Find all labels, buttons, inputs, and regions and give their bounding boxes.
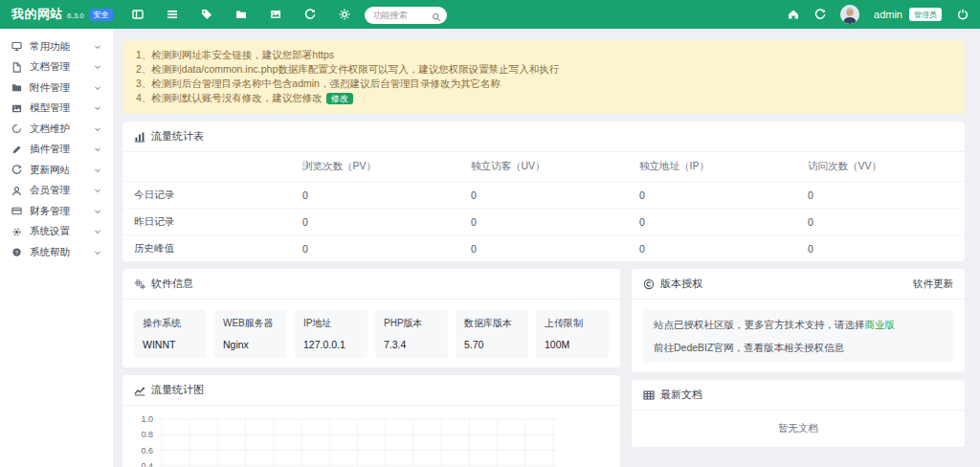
cell-value: 0 bbox=[459, 209, 628, 235]
chevron-down-icon bbox=[94, 167, 101, 174]
traffic-chart-body: 1.00.80.60.40.20-0.2-0.4-0.6-0.8-1.0 PVU… bbox=[122, 406, 620, 467]
sidebar-item-member-management[interactable]: 会员管理 bbox=[0, 181, 113, 202]
table-row: 今日记录 0 0 0 0 bbox=[122, 182, 965, 209]
pen-icon bbox=[11, 145, 22, 155]
chevron-down-icon bbox=[94, 145, 101, 153]
alert-line-1: 1、检测到网址非安全链接，建议您部署https bbox=[136, 48, 951, 62]
chevron-down-icon bbox=[94, 249, 101, 256]
topbar: 我的网站 6.3.0 安全 admin 管理员 bbox=[0, 0, 980, 29]
cell-value: 0 bbox=[459, 182, 628, 209]
license-body: 站点已授权社区版，更多官方技术支持，请选择商业版 前往DedeBIZ官网，查看版… bbox=[632, 300, 965, 372]
fix-button[interactable]: 修改 bbox=[326, 93, 353, 104]
sidebar-item-finance-management[interactable]: 财务管理 bbox=[0, 201, 113, 222]
folder-icon[interactable] bbox=[235, 9, 248, 21]
safe-badge[interactable]: 安全 bbox=[90, 9, 113, 21]
col-header-vv: 访问次数（VV） bbox=[796, 152, 965, 182]
list-icon[interactable] bbox=[167, 9, 179, 21]
sidebar-item-label: 文档管理 bbox=[30, 60, 70, 74]
traffic-stats-header: 流量统计表 bbox=[122, 122, 965, 152]
sidebar-item-label: 系统设置 bbox=[30, 225, 70, 238]
card-title: 流量统计图 bbox=[151, 383, 204, 397]
avatar[interactable] bbox=[840, 5, 859, 24]
main-content: 1、检测到网址非安全链接，建议您部署https 2、检测到data/common… bbox=[113, 29, 980, 467]
image-icon[interactable] bbox=[270, 9, 282, 21]
sidebar-item-common-functions[interactable]: 常用功能 bbox=[0, 36, 113, 57]
power-icon[interactable] bbox=[956, 9, 969, 21]
col-header-ip: 独立地址（IP） bbox=[628, 152, 796, 182]
chevron-down-icon bbox=[94, 228, 101, 235]
alert-line-2: 2、检测到data/common.inc.php数据库配置文件权限可以写入，建议… bbox=[136, 62, 951, 77]
sidebar-item-label: 插件管理 bbox=[30, 143, 70, 156]
software-update-link[interactable]: 软件更新 bbox=[913, 278, 953, 291]
software-info-header: 软件信息 bbox=[122, 269, 620, 300]
row-label: 昨日记录 bbox=[122, 209, 291, 235]
cell-value: 0 bbox=[628, 235, 796, 262]
line-chart-icon bbox=[134, 385, 145, 396]
role-badge: 管理员 bbox=[909, 8, 942, 21]
table-row: 历史峰值 0 0 0 0 bbox=[122, 235, 965, 262]
cell-value: 0 bbox=[796, 182, 965, 209]
sidebar-item-model-management[interactable]: 模型管理 bbox=[0, 99, 113, 120]
table-icon bbox=[643, 389, 655, 401]
svg-text:0.4: 0.4 bbox=[141, 461, 153, 467]
alert-line-4: 4、检测到默认账号没有修改，建议您修改修改 bbox=[136, 91, 951, 106]
reload-icon[interactable] bbox=[813, 9, 826, 21]
latest-docs-empty: 暂无文档 bbox=[632, 411, 965, 447]
sidebar-item-system-settings[interactable]: 系统设置 bbox=[0, 222, 113, 243]
row-label: 历史峰值 bbox=[122, 235, 291, 262]
search-icon[interactable] bbox=[432, 9, 441, 18]
license-line-2: 前往DedeBIZ官网，查看版本相关授权信息 bbox=[654, 341, 943, 354]
sidebar-toggle-icon[interactable] bbox=[132, 9, 145, 21]
cell-value: 0 bbox=[291, 235, 459, 262]
home-icon[interactable] bbox=[787, 9, 799, 21]
software-item-db: 数据库版本 5.70 bbox=[456, 309, 528, 358]
traffic-chart-card: 流量统计图 1.00.80.60.40.20-0.2-0.4-0.6-0.8-1… bbox=[122, 375, 620, 467]
col-header-pv: 浏览次数（PV） bbox=[291, 152, 459, 182]
sidebar-item-update-site[interactable]: 更新网站 bbox=[0, 160, 113, 181]
version-number: 6.3.0 bbox=[67, 11, 84, 20]
sidebar-item-attachment-management[interactable]: 附件管理 bbox=[0, 78, 113, 99]
copyright-icon bbox=[643, 278, 655, 290]
security-alert: 1、检测到网址非安全链接，建议您部署https 2、检测到data/common… bbox=[122, 40, 965, 114]
card-title: 流量统计表 bbox=[151, 129, 204, 144]
software-grid: 操作系统 WINNT WEB服务器 Nginx IP地址 127.0.0.1 bbox=[122, 300, 620, 367]
brand[interactable]: 我的网站 6.3.0 安全 bbox=[11, 6, 113, 23]
file-icon bbox=[11, 62, 22, 73]
user-name[interactable]: admin bbox=[874, 9, 902, 20]
cell-value: 0 bbox=[291, 182, 459, 209]
display-icon bbox=[11, 41, 22, 52]
sidebar-item-label: 文档维护 bbox=[30, 122, 70, 136]
gear-icon[interactable] bbox=[339, 9, 351, 21]
license-header: 版本授权 软件更新 bbox=[632, 269, 965, 300]
right-column: 版本授权 软件更新 站点已授权社区版，更多官方技术支持，请选择商业版 前往Ded… bbox=[632, 269, 965, 455]
sidebar-item-document-maintenance[interactable]: 文档维护 bbox=[0, 119, 113, 140]
commercial-version-link[interactable]: 商业版 bbox=[865, 319, 896, 330]
svg-text:0.8: 0.8 bbox=[141, 430, 153, 439]
sidebar-item-system-help[interactable]: ? 系统帮助 bbox=[0, 242, 113, 263]
chevron-down-icon bbox=[94, 208, 101, 215]
software-item-webserver: WEB服务器 Nginx bbox=[214, 309, 287, 358]
sidebar-item-plugin-management[interactable]: 插件管理 bbox=[0, 140, 113, 161]
card-title: 软件信息 bbox=[151, 277, 193, 291]
cell-value: 0 bbox=[628, 209, 796, 235]
sidebar-item-label: 更新网站 bbox=[30, 164, 70, 177]
software-item-ip: IP地址 127.0.0.1 bbox=[295, 309, 368, 358]
user-icon bbox=[11, 186, 22, 196]
sidebar-item-document-management[interactable]: 文档管理 bbox=[0, 57, 113, 78]
latest-docs-card: 最新文档 暂无文档 bbox=[632, 380, 965, 447]
tag-icon[interactable] bbox=[201, 9, 213, 21]
refresh-icon[interactable] bbox=[304, 9, 317, 21]
software-item-os: 操作系统 WINNT bbox=[134, 309, 207, 358]
svg-text:1.0: 1.0 bbox=[141, 414, 153, 424]
svg-text:0.6: 0.6 bbox=[141, 446, 153, 456]
left-column: 软件信息 操作系统 WINNT WEB服务器 Nginx IP地址 bbox=[122, 269, 620, 467]
alert-line-3: 3、检测到后台管理目录名称中包含admin，强烈建议后台管理目录修改为其它名称 bbox=[136, 77, 951, 91]
circle-notch-icon bbox=[11, 123, 22, 134]
folder-icon bbox=[11, 82, 22, 93]
license-card: 版本授权 软件更新 站点已授权社区版，更多官方技术支持，请选择商业版 前往Ded… bbox=[632, 269, 965, 372]
license-line-1: 站点已授权社区版，更多官方技术支持，请选择商业版 bbox=[654, 318, 943, 331]
chevron-down-icon bbox=[94, 84, 101, 92]
sidebar-item-label: 会员管理 bbox=[30, 184, 70, 197]
chevron-down-icon bbox=[94, 125, 101, 133]
col-header-blank bbox=[122, 152, 291, 182]
